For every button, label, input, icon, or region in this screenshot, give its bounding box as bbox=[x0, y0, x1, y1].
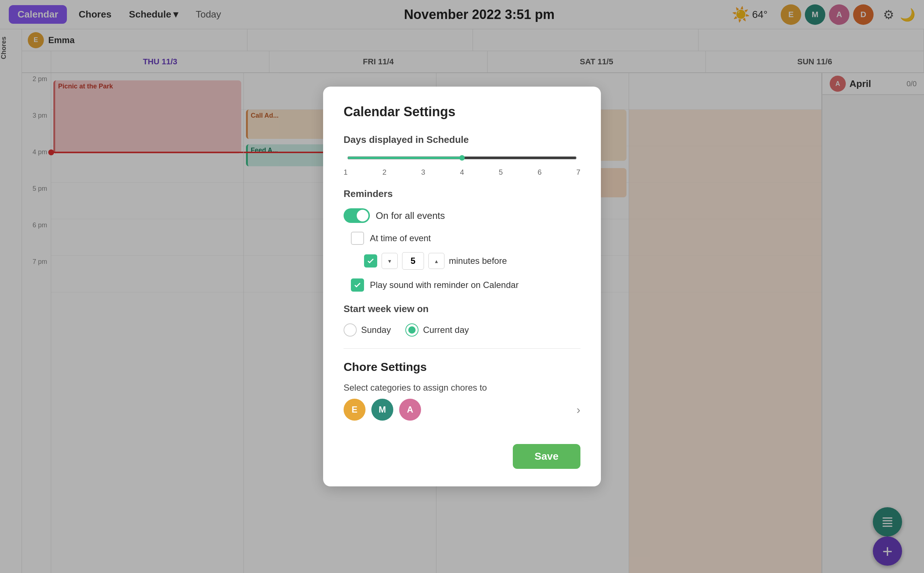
assign-avatars: E M A bbox=[344, 399, 421, 421]
modal-overlay[interactable]: Calendar Settings Days displayed in Sche… bbox=[0, 0, 924, 573]
toggle-knob bbox=[357, 210, 368, 221]
sound-label: Play sound with reminder on Calendar bbox=[370, 280, 518, 290]
checkbox-sound[interactable] bbox=[351, 279, 364, 292]
minutes-before-row: ▾ 5 ▴ minutes before bbox=[364, 252, 580, 270]
assign-label: Select categories to assign chores to bbox=[344, 383, 580, 393]
radio-row: Sunday Current day bbox=[344, 323, 580, 337]
checkbox-minutes[interactable] bbox=[364, 254, 377, 268]
modal-title: Calendar Settings bbox=[344, 104, 580, 119]
start-week-label: Start week view on bbox=[344, 303, 580, 315]
assign-avatar-a[interactable]: A bbox=[399, 399, 421, 421]
radio-current-option[interactable]: Current day bbox=[406, 323, 468, 337]
chevron-right-button[interactable]: › bbox=[576, 403, 580, 416]
assign-avatar-e[interactable]: E bbox=[344, 399, 365, 421]
radio-sunday-circle bbox=[344, 323, 357, 337]
toggle-label: On for all events bbox=[376, 210, 445, 221]
reminders-toggle[interactable] bbox=[344, 208, 370, 223]
stepper-up-button[interactable]: ▴ bbox=[428, 253, 445, 269]
slider-container: 1 2 3 4 5 6 7 bbox=[344, 154, 580, 177]
check-icon bbox=[366, 257, 375, 265]
radio-sunday-option[interactable]: Sunday bbox=[344, 323, 391, 337]
slider-track-area bbox=[344, 154, 580, 161]
calendar-settings-modal: Calendar Settings Days displayed in Sche… bbox=[323, 87, 601, 486]
radio-current-inner bbox=[408, 326, 416, 333]
radio-current-circle bbox=[406, 323, 418, 337]
assign-row: E M A › bbox=[344, 399, 580, 421]
checkbox-sound-row: Play sound with reminder on Calendar bbox=[351, 279, 580, 292]
schedule-section-label: Days displayed in Schedule bbox=[344, 134, 580, 146]
checkbox-at-time[interactable] bbox=[351, 232, 364, 245]
radio-sunday-label: Sunday bbox=[361, 325, 391, 335]
at-time-label: At time of event bbox=[370, 233, 431, 243]
assign-avatar-m[interactable]: M bbox=[371, 399, 393, 421]
settings-divider bbox=[344, 348, 580, 349]
check-icon-2 bbox=[354, 281, 362, 289]
radio-current-label: Current day bbox=[423, 325, 468, 335]
save-button[interactable]: Save bbox=[513, 444, 580, 469]
slider-labels: 1 2 3 4 5 6 7 bbox=[344, 168, 580, 177]
stepper-down-button[interactable]: ▾ bbox=[382, 253, 398, 269]
reminders-section-label: Reminders bbox=[344, 188, 580, 199]
minutes-label: minutes before bbox=[449, 256, 507, 266]
chore-settings-title: Chore Settings bbox=[344, 360, 580, 374]
days-slider[interactable] bbox=[347, 157, 577, 159]
toggle-row: On for all events bbox=[344, 208, 580, 223]
minutes-value: 5 bbox=[402, 252, 424, 270]
checkbox-at-time-row: At time of event bbox=[351, 232, 580, 245]
